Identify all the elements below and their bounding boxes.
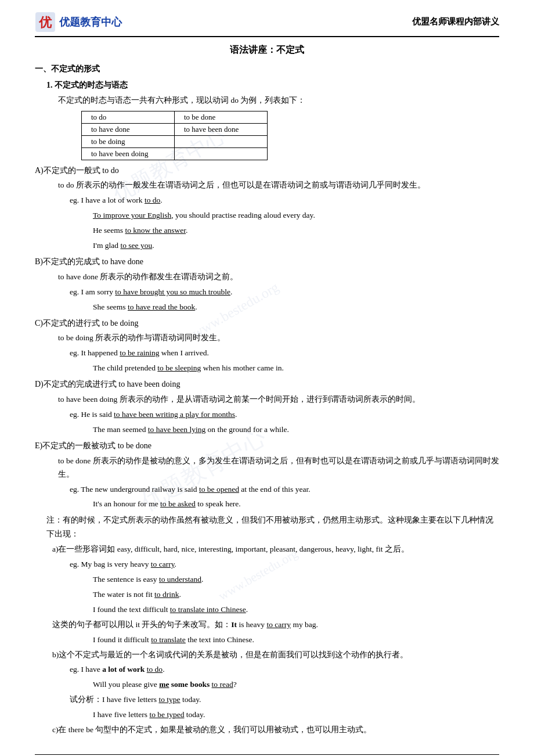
sectionD-eg2: The man seemed to have been lying on the… [93,423,499,437]
sectionC-eg2: The child pretended to be sleeping when … [93,362,499,375]
noteA-eg4: I found the text difficult to translate … [93,603,499,617]
sectionE-eg1: eg. The new underground railway is said … [70,483,499,496]
noteA-eg1: eg. My bag is very heavy to carry. [70,558,499,571]
svg-text:优: 优 [38,15,52,30]
noteB-eg2: Will you please give me some books to re… [93,678,499,692]
sectionD-eg1: eg. He is said to have been writing a pl… [70,408,499,422]
sectionA-eg2: To improve your English, you should prac… [93,209,499,222]
noteA-chinese: 这类的句子都可以用以 it 开头的句子来改写。如：It is heavy to … [52,618,499,632]
note1-title: 注：有的时候，不定式所表示的动作虽然有被动意义，但我们不用被动形式，仍然用主动形… [46,513,499,541]
noteB-analysis2: I have five letters to be typed today. [93,708,499,722]
sectionE-content1: to be done 所表示的动作是被动的意义，多为发生在谓语动词之后，但有时也… [58,455,499,481]
table-cell: to be doing [82,135,175,147]
page-title: 语法讲座：不定式 [35,44,499,56]
header: 优 优题教育中心 优盟名师课程内部讲义 [35,12,499,37]
table-cell: to be done [175,111,268,123]
sectionB-eg2: She seems to have read the book. [93,301,499,314]
sectionE-eg2: It's an honour for me to be asked to spe… [93,498,499,511]
noteB-title: b)这个不定式与最近的一个名词或代词的关系是被动，但是在前面我们可以找到这个动作… [52,649,499,662]
logo-area: 优 优题教育中心 [35,12,122,33]
noteB-analysis: 试分析：I have five letters to type today. [70,693,499,707]
sectionE-title: E)不定式的一般被动式 to be done [35,439,499,453]
table-cell: to have been done [175,123,268,135]
noteA-title: a)在一些形容词如 easy, difficult, hard, nice, i… [52,543,499,556]
noteB-eg1: eg. I have a lot of work to do. [70,663,499,676]
sectionA-content1: to do 所表示的动作一般发生在谓语动词之后，但也可以是在谓语动词之前或与谓语… [58,179,499,192]
noteC-title: c)在 there be 句型中的不定式，如果是被动的意义，我们可以用被动式，也… [52,723,499,737]
table-cell: to have done [82,123,175,135]
sectionC-content1: to be doing 所表示的动作与谓语动词同时发生。 [58,332,499,345]
sectionB-title: B)不定式的完成式 to have done [35,255,499,269]
noteA-eg5: I found it difficult to translate the te… [93,633,499,647]
infinitive-table: to do to be done to have done to have be… [81,111,268,160]
sectionA-eg4: I'm glad to see you. [93,239,499,253]
table-row: to do to be done [82,111,268,123]
section1-title: 一、不定式的形式 [35,62,499,76]
sub1-title: 1. 不定式的时态与语态 [46,78,499,92]
noteA-eg3: The water is not fit to drink. [93,588,499,602]
table-cell: to have been doing [82,147,175,160]
sectionA-title: A)不定式的一般式 to do [35,164,499,178]
logo-icon: 优 [35,12,56,33]
table-cell [175,147,268,160]
sectionC-title: C)不定式的进行式 to be doing [35,316,499,330]
sectionB-content1: to have done 所表示的动作都发生在谓语动词之前。 [58,271,499,284]
intro-text: 不定式的时态与语态一共有六种形式，现以动词 do 为例，列表如下： [58,94,499,107]
sectionD-content1: to have been doing 所表示的动作，是从谓语动词之前某一个时间开… [58,393,499,406]
table-row: to have done to have been done [82,123,268,135]
noteA-eg2: The sentence is easy to understand. [93,573,499,586]
header-right: 优盟名师课程内部讲义 [412,12,499,27]
sectionC-eg1: eg. It happened to be raining when I arr… [70,347,499,360]
sectionA-eg1: eg. I have a lot of work to do. [70,194,499,207]
logo-text: 优题教育中心 [59,15,122,29]
sectionB-eg1: eg. I am sorry to have brought you so mu… [70,286,499,299]
sectionA-eg3: He seems to know the answer. [93,224,499,237]
sectionD-title: D)不定式的完成进行式 to have been doing [35,377,499,391]
table-row: to be doing [82,135,268,147]
table-cell: to do [82,111,175,123]
table-cell [175,135,268,147]
table-row: to have been doing [82,147,268,160]
